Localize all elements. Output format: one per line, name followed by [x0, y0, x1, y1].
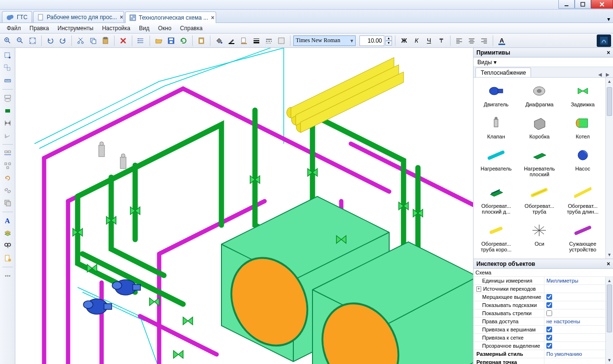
primitive-item[interactable]: Нагреватель: [474, 145, 518, 181]
primitive-item[interactable]: Обогреват... труба коро...: [474, 220, 518, 256]
layer-tool[interactable]: [2, 197, 13, 209]
redo-button[interactable]: [57, 35, 69, 46]
clipboard-button[interactable]: [196, 35, 207, 46]
drawing-canvas[interactable]: [15, 48, 473, 364]
inspector-row[interactable]: Привязка к вершинам: [474, 326, 605, 334]
tab-scheme[interactable]: Технологическая схема ... ×: [125, 11, 216, 23]
primitive-item[interactable]: Обогреват... труба: [518, 182, 561, 218]
menu-tools[interactable]: Инструменты: [54, 24, 97, 33]
strike-button[interactable]: ₸: [436, 35, 447, 46]
misc-tool[interactable]: [2, 270, 13, 282]
inspector-checkbox[interactable]: [546, 343, 552, 349]
report-tool[interactable]: [2, 252, 13, 264]
inspector-checkbox[interactable]: [546, 310, 552, 316]
list-button[interactable]: [135, 35, 147, 46]
open-button[interactable]: [153, 35, 164, 46]
inspector-checkbox[interactable]: [546, 302, 552, 308]
line-weight-button[interactable]: [251, 35, 262, 46]
inspector-row[interactable]: Показывать подсказки: [474, 301, 605, 309]
bold-button[interactable]: Ж: [398, 35, 410, 46]
tab-close-icon[interactable]: ×: [120, 14, 123, 21]
inspector-scheme-row[interactable]: Схема: [474, 269, 613, 277]
inspector-row[interactable]: Права доступане настроены: [474, 318, 605, 326]
ruler-tool[interactable]: [2, 75, 13, 86]
undo-button[interactable]: [45, 35, 56, 46]
distribute-tool[interactable]: [2, 160, 13, 171]
inspector-value[interactable]: [544, 293, 605, 301]
primitive-item[interactable]: Диафрагма: [518, 80, 561, 111]
primitive-item[interactable]: Насос: [561, 145, 604, 181]
tab-close-icon[interactable]: ×: [211, 14, 214, 21]
line-color-button[interactable]: [226, 35, 237, 46]
inspector-checkbox[interactable]: [546, 327, 552, 332]
inspector-scrollbar[interactable]: ▲▼: [605, 277, 613, 364]
subtab-prev[interactable]: ◀: [597, 72, 603, 77]
menu-view[interactable]: Вид: [135, 24, 153, 33]
cut-button[interactable]: [75, 35, 86, 46]
italic-button[interactable]: К: [411, 35, 422, 46]
primitive-item[interactable]: Коробка: [518, 113, 561, 143]
minimize-button[interactable]: [558, 0, 575, 9]
tab-workspace[interactable]: Рабочее место для прос... ×: [33, 11, 124, 23]
subtab-heating[interactable]: Теплоснабжение: [475, 68, 531, 77]
zoom-fit-button[interactable]: [27, 35, 38, 46]
font-family-select[interactable]: Times New Roman ▾: [293, 35, 356, 46]
app-logo-button[interactable]: [597, 34, 611, 47]
primitives-scrollbar[interactable]: ▲▼: [605, 78, 613, 259]
sheet-color-button[interactable]: [238, 35, 250, 46]
inspector-row[interactable]: Единицы измеренияМиллиметры: [474, 277, 605, 285]
maximize-button[interactable]: [575, 0, 591, 9]
underline-button[interactable]: Ч: [423, 35, 435, 46]
shape-tool[interactable]: [2, 92, 13, 104]
views-dropdown[interactable]: Виды ▾: [474, 57, 613, 67]
copy-button[interactable]: [87, 35, 99, 46]
tabbar-dropdown[interactable]: ▾: [604, 16, 613, 23]
inspector-row[interactable]: Реперная точка: [474, 358, 605, 364]
rotate-tool[interactable]: [2, 172, 13, 184]
inspector-row[interactable]: Размерный стильПо умолчанию: [474, 350, 605, 358]
menu-help[interactable]: Справка: [176, 24, 207, 33]
primitive-item[interactable]: Нагреватель плоский: [518, 145, 561, 181]
font-size-spinner[interactable]: ▲▼: [385, 36, 392, 46]
align-right-button[interactable]: [478, 35, 490, 46]
tab-gts[interactable]: ГТС: [2, 11, 32, 23]
line-style-button[interactable]: [263, 35, 275, 46]
text-tool[interactable]: A: [2, 215, 13, 227]
fill-bucket-button[interactable]: [213, 35, 225, 46]
inspector-checkbox[interactable]: [546, 294, 552, 300]
link-tool[interactable]: [2, 185, 13, 196]
menu-file[interactable]: Файл: [3, 24, 25, 33]
inspector-row[interactable]: Прозрачное выделение: [474, 342, 605, 350]
primitive-item[interactable]: Клапан: [474, 113, 518, 143]
primitive-item[interactable]: Обогреват... плоский д...: [474, 182, 518, 218]
close-window-button[interactable]: [591, 0, 613, 9]
inspector-value[interactable]: Миллиметры: [544, 277, 605, 284]
inspector-row[interactable]: Привязка к сетке: [474, 334, 605, 342]
inspector-value[interactable]: [544, 301, 605, 309]
primitive-item[interactable]: Двигатель: [474, 80, 518, 111]
refresh-button[interactable]: [178, 35, 189, 46]
subtab-next[interactable]: ▶: [604, 72, 611, 77]
layers-stack-tool[interactable]: [2, 228, 13, 239]
align-tool[interactable]: [2, 148, 13, 159]
inspector-value[interactable]: По умолчанию: [544, 350, 605, 358]
menu-window[interactable]: Окно: [154, 24, 175, 33]
menu-settings[interactable]: Настройка: [98, 24, 134, 33]
menu-edit[interactable]: Правка: [26, 24, 53, 33]
primitive-item[interactable]: Задвижка: [561, 80, 604, 111]
inspector-row[interactable]: Показывать стрелки: [474, 309, 605, 318]
panel-close-icon[interactable]: ×: [607, 261, 610, 267]
inspector-checkbox[interactable]: [546, 335, 552, 341]
inspector-row[interactable]: +Источники переходов: [474, 285, 605, 293]
inspector-value[interactable]: [544, 358, 605, 364]
inspector-value[interactable]: [544, 342, 605, 350]
fill-none-button[interactable]: [276, 35, 287, 46]
primitive-item[interactable]: Сужающее устройство: [561, 220, 604, 256]
inspector-value[interactable]: не настроены: [544, 318, 605, 325]
inspector-value[interactable]: [544, 326, 605, 333]
primitive-item[interactable]: Обогреват... труба длин...: [561, 182, 604, 218]
group-select-tool[interactable]: [2, 62, 13, 74]
zoom-in-button[interactable]: [2, 35, 13, 46]
align-left-button[interactable]: [453, 35, 465, 46]
inspector-value[interactable]: [544, 309, 605, 317]
